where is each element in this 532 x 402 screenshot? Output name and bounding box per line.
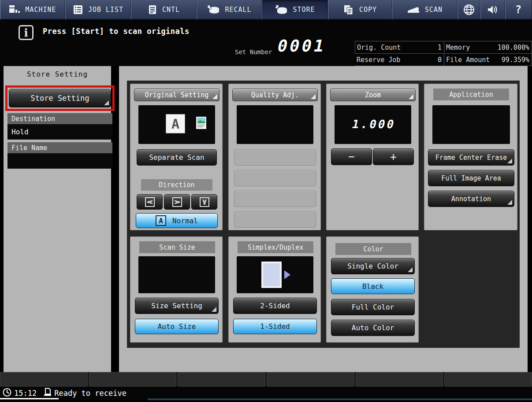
sound-button[interactable]: [480, 0, 505, 20]
help-label: ?: [515, 4, 522, 16]
direction-normal-label: Normal: [172, 217, 198, 225]
function-key-cell: [356, 372, 443, 387]
direction-label: Direction: [141, 179, 212, 191]
counter-value: 1: [438, 44, 442, 52]
minus-icon: −: [348, 151, 354, 163]
zoom-value: 1.000: [351, 118, 397, 131]
set-number-display: 0001: [275, 37, 327, 55]
scan-icon: [407, 4, 420, 15]
full-color-label: Full Color: [352, 303, 394, 311]
full-image-area-label: Full Image Area: [441, 174, 501, 182]
function-key-row: [0, 372, 532, 387]
single-color-button[interactable]: Single Color: [331, 258, 415, 274]
direction-down-icon: A: [200, 197, 209, 207]
store-setting-button[interactable]: Store Setting: [9, 89, 111, 107]
separate-scan-label: Separate Scan: [149, 153, 204, 162]
tab-copy[interactable]: COPY: [328, 0, 392, 20]
tab-label: MACHINE: [25, 6, 56, 14]
machine-icon: [9, 4, 20, 15]
photo-original-icon: [196, 117, 206, 131]
tab-recall[interactable]: RECALL: [197, 0, 262, 20]
zoom-title-button[interactable]: Zoom: [330, 89, 416, 101]
direction-left-icon: A: [145, 197, 155, 207]
scan-size-panel: Scan Size Size Setting Auto Size: [130, 236, 223, 343]
clock-icon: [0, 388, 14, 398]
recall-icon: [207, 4, 220, 15]
simplex-duplex-display: [237, 256, 313, 293]
placeholder-button: [234, 191, 316, 207]
tab-cntl[interactable]: CNTL: [131, 0, 197, 20]
function-key-cell: [444, 372, 532, 387]
zoom-plus-button[interactable]: +: [373, 148, 414, 165]
file-name-label: File Name: [7, 142, 112, 154]
destination-group: Destination Hold: [7, 113, 112, 140]
file-name-group: File Name: [7, 142, 112, 169]
original-setting-display: A: [138, 105, 215, 144]
color-panel: Color Single Color Black Full Color Auto…: [326, 236, 419, 343]
globe-icon: [463, 4, 475, 15]
direction-left-button[interactable]: A: [137, 194, 163, 210]
frame-center-erase-label: Frame Center Erase: [435, 154, 507, 162]
cntl-icon: [148, 4, 157, 15]
original-setting-title-button[interactable]: Original Setting: [134, 89, 219, 101]
application-title: Application: [433, 89, 509, 100]
copy-icon: [343, 4, 354, 15]
tab-scan[interactable]: SCAN: [392, 0, 458, 20]
scan-size-display: [138, 256, 215, 293]
simplex-duplex-title: Simplex/Duplex: [238, 241, 313, 253]
zoom-minus-button[interactable]: −: [331, 148, 372, 165]
message-area: i Press [Start] to scan originals Set Nu…: [0, 20, 532, 66]
auto-color-button[interactable]: Auto Color: [331, 320, 415, 336]
annotation-button[interactable]: Annotation: [428, 191, 514, 207]
counter-value: 100.000%: [498, 44, 529, 52]
direction-right-icon: A: [172, 197, 182, 207]
full-color-button[interactable]: Full Color: [331, 299, 415, 315]
size-setting-label: Size Setting: [151, 302, 202, 310]
direction-down-button[interactable]: A: [191, 194, 217, 210]
sidebar: Store Setting Store Setting Destination …: [4, 66, 111, 372]
counter-value: 0: [438, 56, 442, 64]
separate-scan-button[interactable]: Separate Scan: [137, 149, 217, 166]
two-sided-button[interactable]: 2-Sided: [233, 298, 317, 314]
panel-title-label: Quality Adj.: [251, 91, 299, 99]
job-list-icon: [73, 4, 83, 15]
annotation-label: Annotation: [451, 195, 491, 203]
destination-label: Destination: [7, 113, 112, 125]
help-button[interactable]: ?: [505, 0, 532, 20]
sidebar-title: Store Setting: [4, 70, 111, 78]
counter-grid: Orig. Count 1 Memory 100.000% Reserve Jo…: [355, 41, 532, 66]
one-sided-button[interactable]: 1-Sided: [233, 319, 317, 334]
language-button[interactable]: [458, 0, 480, 20]
tab-machine[interactable]: MACHINE: [0, 0, 65, 20]
counter-label: File Amount: [446, 56, 490, 64]
tab-job-list[interactable]: JOB LIST: [65, 0, 131, 20]
two-sided-label: 2-Sided: [260, 302, 290, 310]
simplex-duplex-panel: Simplex/Duplex 2-Sided 1-Sided: [228, 236, 321, 343]
tab-label: STORE: [293, 6, 315, 14]
status-underline-teal: [148, 398, 532, 400]
quality-adj-title-button[interactable]: Quality Adj.: [232, 89, 318, 101]
color-title: Color: [335, 243, 411, 255]
status-message: Press [Start] to scan originals: [43, 27, 190, 36]
store-setting-button-label: Store Setting: [30, 94, 89, 103]
counter-label: Memory: [446, 44, 470, 52]
mfp-touchscreen: MACHINE JOB LIST CNTL RECALL STORE COPY …: [0, 0, 532, 402]
tab-label: RECALL: [225, 6, 251, 14]
frame-center-erase-button[interactable]: Frame Center Erase: [428, 149, 514, 166]
direction-right-button[interactable]: A: [164, 194, 190, 210]
application-display: [432, 105, 510, 144]
size-setting-button[interactable]: Size Setting: [135, 298, 219, 314]
single-color-label: Single Color: [347, 262, 398, 270]
function-key-cell: [178, 372, 265, 387]
function-key-cell: [89, 372, 177, 387]
black-button[interactable]: Black: [331, 278, 415, 294]
one-sided-page-icon: [261, 262, 292, 290]
full-image-area-button[interactable]: Full Image Area: [428, 170, 514, 186]
direction-normal-button[interactable]: A Normal: [136, 213, 218, 228]
auto-size-button[interactable]: Auto Size: [135, 319, 219, 334]
zoom-display: 1.000: [335, 105, 411, 144]
application-panel: Application Frame Center Erase Full Imag…: [424, 84, 517, 230]
quality-adj-display: [237, 105, 313, 144]
printer-status-icon: [41, 388, 54, 398]
tab-store[interactable]: STORE: [262, 0, 328, 20]
